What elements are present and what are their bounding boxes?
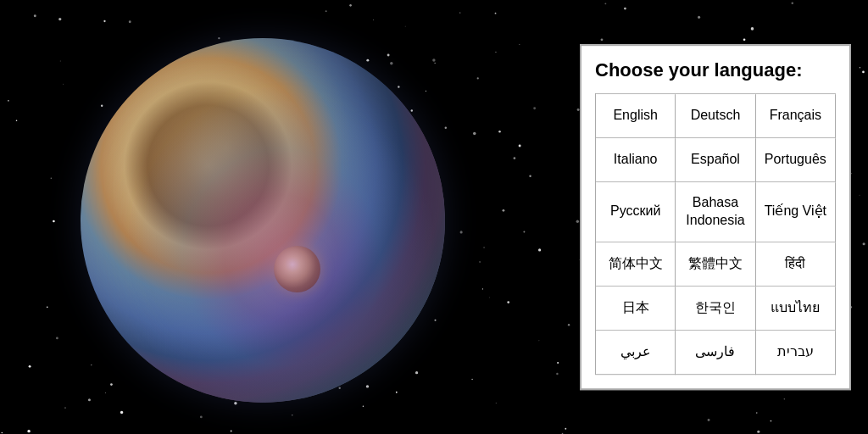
planet-eye [274,246,320,292]
lang-btn-korean[interactable]: 한국인 [676,287,755,331]
lang-btn-hindi[interactable]: हिंदी [756,242,836,287]
lang-btn-english[interactable]: English [596,94,676,138]
lang-btn-hebrew[interactable]: עברית [756,331,836,375]
lang-btn-thai[interactable]: แบบไทย [756,287,836,331]
lang-btn-bahasa[interactable]: Bahasa Indonesia [676,182,755,242]
lang-btn-italiano[interactable]: Italiano [596,138,676,182]
lang-btn-japanese[interactable]: 日本 [596,287,676,331]
lang-btn-portugues[interactable]: Português [756,138,836,182]
panel-title: Choose your language: [595,59,836,81]
lang-btn-russian[interactable]: Русский [596,182,676,242]
planet [81,38,445,403]
lang-btn-vietnamese[interactable]: Tiếng Việt [756,182,836,242]
lang-btn-arabic[interactable]: عربي [596,331,676,375]
lang-btn-simplified-chinese[interactable]: 简体中文 [596,242,676,287]
lang-btn-francais[interactable]: Français [756,94,836,138]
language-grid: EnglishDeutschFrançaisItalianoEspañolPor… [595,93,836,375]
lang-btn-deutsch[interactable]: Deutsch [676,94,755,138]
lang-btn-espanol[interactable]: Español [676,138,755,182]
language-panel: Choose your language: EnglishDeutschFran… [580,44,851,390]
planet-container [25,25,500,415]
lang-btn-traditional-chinese[interactable]: 繁體中文 [676,242,755,287]
lang-btn-farsi[interactable]: فارسی [676,331,755,375]
